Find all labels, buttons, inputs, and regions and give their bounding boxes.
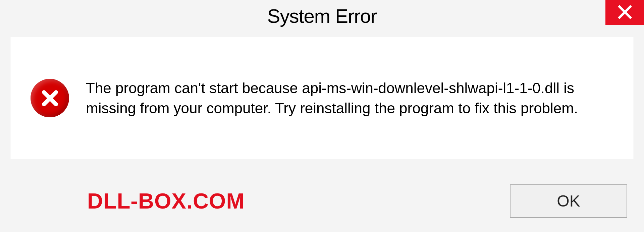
titlebar: System Error xyxy=(0,0,644,32)
dialog-content: The program can't start because api-ms-w… xyxy=(10,37,634,159)
watermark-text: DLL-BOX.COM xyxy=(87,188,245,214)
close-icon xyxy=(618,5,632,21)
error-message: The program can't start because api-ms-w… xyxy=(86,78,606,118)
ok-button[interactable]: OK xyxy=(510,184,627,218)
dialog-footer: DLL-BOX.COM OK xyxy=(0,170,644,232)
error-icon xyxy=(31,79,69,117)
close-button[interactable] xyxy=(605,0,644,25)
window-title: System Error xyxy=(267,5,377,27)
ok-button-label: OK xyxy=(557,192,580,210)
